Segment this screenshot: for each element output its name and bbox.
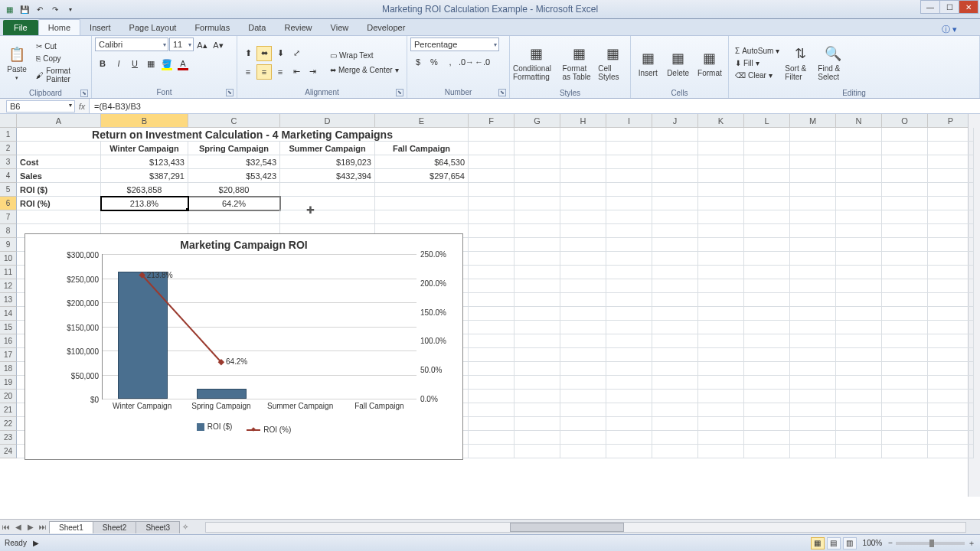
cell-I22[interactable]	[606, 417, 652, 431]
new-sheet-icon[interactable]: ✧	[179, 523, 191, 531]
cell-N19[interactable]	[836, 376, 882, 390]
cell-I17[interactable]	[606, 348, 652, 362]
find-select-button[interactable]: 🔍Find & Select	[818, 37, 848, 88]
cell-L24[interactable]	[744, 445, 790, 458]
cell-E2[interactable]: Fall Campaign	[375, 142, 469, 155]
alignment-dialog-icon[interactable]: ⬊	[396, 89, 403, 96]
cell-M17[interactable]	[790, 348, 836, 362]
cell-A3[interactable]: Cost	[17, 155, 101, 169]
cell-K22[interactable]	[698, 417, 744, 431]
cell-K23[interactable]	[698, 431, 744, 445]
normal-view-icon[interactable]: ▦	[811, 537, 825, 549]
cell-H11[interactable]	[560, 266, 606, 279]
fx-icon[interactable]: fx	[75, 102, 89, 111]
cell-K14[interactable]	[698, 307, 744, 321]
cell-G22[interactable]	[514, 417, 560, 431]
font-name-select[interactable]: Calibri	[95, 37, 168, 51]
cell-N20[interactable]	[836, 390, 882, 403]
chart[interactable]: Marketing Campaign ROI $0$50,000$100,000…	[24, 233, 463, 460]
cell-N6[interactable]	[836, 197, 882, 210]
cell-O24[interactable]	[882, 445, 928, 458]
cell-L10[interactable]	[744, 252, 790, 266]
cell-O2[interactable]	[882, 142, 928, 155]
cell-G7[interactable]	[514, 210, 560, 224]
cell-F3[interactable]	[469, 155, 514, 169]
cell-K3[interactable]	[698, 155, 744, 169]
cell-K8[interactable]	[698, 224, 744, 238]
cell-E3[interactable]: $64,530	[375, 155, 469, 169]
cell-J2[interactable]	[652, 142, 698, 155]
cell-J24[interactable]	[652, 445, 698, 458]
cell-I21[interactable]	[606, 403, 652, 417]
cell-O21[interactable]	[882, 403, 928, 417]
cell-F17[interactable]	[469, 348, 514, 362]
cell-K5[interactable]	[698, 183, 744, 197]
cell-M1[interactable]	[790, 128, 836, 142]
cell-K9[interactable]	[698, 238, 744, 252]
cell-J1[interactable]	[652, 128, 698, 142]
cell-F6[interactable]	[469, 197, 514, 210]
cell-M23[interactable]	[790, 431, 836, 445]
sheet-tab-3[interactable]: Sheet3	[136, 521, 180, 533]
page-layout-view-icon[interactable]: ▤	[827, 537, 841, 549]
cell-O1[interactable]	[882, 128, 928, 142]
align-bottom-icon[interactable]: ⬇	[273, 46, 288, 61]
cell-B4[interactable]: $387,291	[101, 169, 188, 183]
wrap-text-button[interactable]: ▭ Wrap Text	[327, 50, 402, 61]
cell-C5[interactable]: $20,880	[188, 183, 280, 197]
cell-F20[interactable]	[469, 390, 514, 403]
cell-M6[interactable]	[790, 197, 836, 210]
cell-L4[interactable]	[744, 169, 790, 183]
cell-G15[interactable]	[514, 321, 560, 334]
dec-decimal-icon[interactable]: ←.0	[475, 54, 490, 70]
cell-I20[interactable]	[606, 390, 652, 403]
cell-P1[interactable]	[928, 128, 974, 142]
cell-M4[interactable]	[790, 169, 836, 183]
font-dialog-icon[interactable]: ⬊	[226, 89, 234, 96]
cell-C2[interactable]: Spring Campaign	[188, 142, 280, 155]
tab-nav-prev-icon[interactable]: ◀	[12, 523, 24, 531]
format-cells-button[interactable]: ▦Format	[694, 37, 725, 88]
cell-M13[interactable]	[790, 293, 836, 307]
cell-N10[interactable]	[836, 252, 882, 266]
cell-I9[interactable]	[606, 238, 652, 252]
cell-L17[interactable]	[744, 348, 790, 362]
fill-color-button[interactable]: 🪣	[159, 56, 175, 71]
cell-G4[interactable]	[514, 169, 560, 183]
tab-data[interactable]: Data	[239, 20, 275, 35]
cell-M3[interactable]	[790, 155, 836, 169]
tab-nav-first-icon[interactable]: ⏮	[0, 523, 12, 531]
number-dialog-icon[interactable]: ⬊	[498, 89, 506, 96]
cell-I23[interactable]	[606, 431, 652, 445]
cell-O18[interactable]	[882, 362, 928, 376]
cell-I2[interactable]	[606, 142, 652, 155]
cell-P13[interactable]	[928, 293, 974, 307]
cell-B3[interactable]: $123,433	[101, 155, 188, 169]
align-middle-icon[interactable]: ⬌	[256, 46, 272, 61]
cell-I14[interactable]	[606, 307, 652, 321]
cell-I12[interactable]	[606, 279, 652, 293]
cell-L16[interactable]	[744, 334, 790, 348]
cell-H9[interactable]	[560, 238, 606, 252]
cell-H2[interactable]	[560, 142, 606, 155]
cell-J23[interactable]	[652, 431, 698, 445]
cell-M21[interactable]	[790, 403, 836, 417]
cell-C7[interactable]	[188, 210, 280, 224]
copy-button[interactable]: ⎘ Copy	[33, 53, 88, 64]
inc-decimal-icon[interactable]: .0→	[459, 54, 474, 70]
cell-J4[interactable]	[652, 169, 698, 183]
cell-P7[interactable]	[928, 210, 974, 224]
cell-N3[interactable]	[836, 155, 882, 169]
cell-F2[interactable]	[469, 142, 514, 155]
cell-L21[interactable]	[744, 403, 790, 417]
cell-J11[interactable]	[652, 266, 698, 279]
cell-B5[interactable]: $263,858	[101, 183, 188, 197]
cell-P23[interactable]	[928, 431, 974, 445]
cell-O9[interactable]	[882, 238, 928, 252]
cell-K11[interactable]	[698, 266, 744, 279]
cell-L11[interactable]	[744, 266, 790, 279]
cell-P9[interactable]	[928, 238, 974, 252]
worksheet[interactable]: ABCDEFGHIJKLMNOP 1Return on Investment C…	[0, 114, 980, 497]
cell-L3[interactable]	[744, 155, 790, 169]
cell-G12[interactable]	[514, 279, 560, 293]
